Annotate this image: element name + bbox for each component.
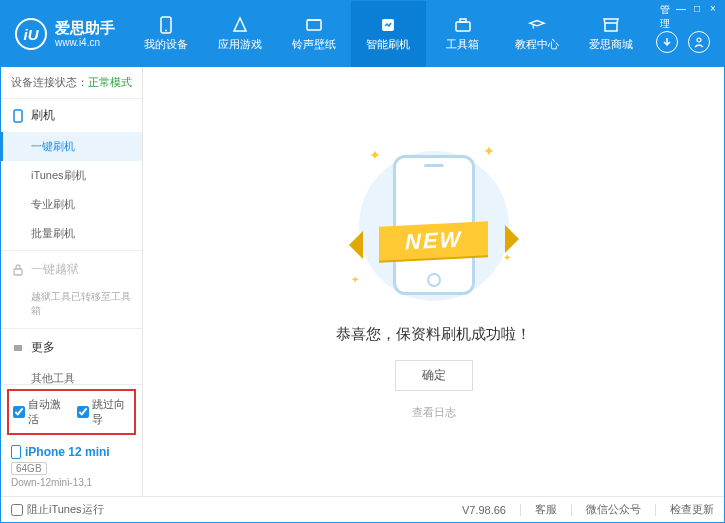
tab-apps[interactable]: 应用游戏 (203, 1, 277, 67)
tab-store[interactable]: 爱思商城 (574, 1, 648, 67)
app-window: iU 爱思助手 www.i4.cn 我的设备 应用游戏 铃声壁纸 智能刷机 (0, 0, 725, 523)
brand-title: 爱思助手 (55, 20, 115, 37)
brand-text: 爱思助手 www.i4.cn (55, 20, 115, 48)
svg-rect-4 (456, 22, 470, 31)
toolbox-icon (454, 16, 472, 34)
more-icon (11, 342, 25, 354)
sparkle-icon: ✦ (369, 147, 381, 163)
tab-toolbox[interactable]: 工具箱 (426, 1, 500, 67)
jailbreak-note: 越狱工具已转移至工具箱 (1, 286, 142, 326)
maximize-button[interactable]: □ (690, 3, 704, 31)
checkbox-label: 跳过向导 (92, 397, 131, 427)
svg-rect-8 (14, 110, 22, 122)
checkbox-label: 自动激活 (28, 397, 67, 427)
brand-subtitle: www.i4.cn (55, 37, 115, 48)
sidebar-item-other-tools[interactable]: 其他工具 (1, 364, 142, 384)
phone-icon (157, 16, 175, 34)
tab-ringtone[interactable]: 铃声壁纸 (277, 1, 351, 67)
close-button[interactable]: × (706, 3, 720, 31)
sidebar-group-title: 更多 (31, 339, 55, 356)
success-illustration: ✦ ✦ ✦ ✦ NEW (329, 143, 539, 313)
auto-activate-checkbox[interactable]: 自动激活 (13, 397, 67, 427)
sidebar: 设备连接状态：正常模式 刷机 一键刷机 iTunes刷机 专业刷机 批量刷机 一… (1, 67, 143, 496)
tab-flash[interactable]: 智能刷机 (351, 1, 425, 67)
svg-rect-9 (14, 269, 22, 275)
tab-label: 工具箱 (446, 37, 479, 52)
sidebar-item-itunes-flash[interactable]: iTunes刷机 (1, 161, 142, 190)
customer-service-link[interactable]: 客服 (535, 502, 557, 517)
header: iU 爱思助手 www.i4.cn 我的设备 应用游戏 铃声壁纸 智能刷机 (1, 1, 724, 67)
phone-small-icon (11, 109, 25, 123)
ribbon-text: NEW (379, 221, 488, 261)
wechat-link[interactable]: 微信公众号 (586, 502, 641, 517)
device-name: iPhone 12 mini (11, 445, 132, 459)
lock-icon (11, 264, 25, 276)
sparkle-icon: ✦ (351, 274, 359, 285)
sidebar-group-title: 刷机 (31, 107, 55, 124)
connection-label: 设备连接状态： (11, 76, 88, 88)
ringtone-icon (305, 16, 323, 34)
sidebar-bottom: 自动激活 跳过向导 iPhone 12 mini 64GB Down-12min… (1, 384, 142, 496)
footer-right: V7.98.66 客服 微信公众号 检查更新 (462, 502, 714, 517)
sidebar-item-batch-flash[interactable]: 批量刷机 (1, 219, 142, 248)
download-icon[interactable] (656, 31, 678, 53)
skip-guide-input[interactable] (77, 406, 89, 418)
tab-label: 应用游戏 (218, 37, 262, 52)
footer: 阻止iTunes运行 V7.98.66 客服 微信公众号 检查更新 (1, 496, 724, 522)
flash-icon (379, 16, 397, 34)
tab-label: 爱思商城 (589, 37, 633, 52)
divider (1, 328, 142, 329)
sidebar-item-oneclick-flash[interactable]: 一键刷机 (1, 132, 142, 161)
tab-tutorial[interactable]: 教程中心 (500, 1, 574, 67)
window-controls: 管理 — □ × (654, 1, 724, 33)
ok-button[interactable]: 确定 (395, 360, 473, 391)
divider (655, 504, 656, 516)
block-itunes-checkbox[interactable]: 阻止iTunes运行 (11, 502, 104, 517)
sparkle-icon: ✦ (483, 143, 495, 159)
svg-point-7 (697, 38, 701, 42)
manage-button[interactable]: 管理 (658, 3, 672, 31)
svg-rect-6 (605, 23, 617, 31)
checkbox-label: 阻止iTunes运行 (27, 502, 104, 517)
minimize-button[interactable]: — (674, 3, 688, 31)
divider (1, 250, 142, 251)
tab-label: 我的设备 (144, 37, 188, 52)
sidebar-group-flash[interactable]: 刷机 (1, 99, 142, 132)
store-icon (602, 16, 620, 34)
auto-activate-input[interactable] (13, 406, 25, 418)
tutorial-icon (528, 16, 546, 34)
svg-point-1 (165, 30, 167, 32)
apps-icon (231, 16, 249, 34)
divider (571, 504, 572, 516)
checkbox-panel: 自动激活 跳过向导 (7, 389, 136, 435)
brand: iU 爱思助手 www.i4.cn (1, 1, 129, 67)
tab-label: 智能刷机 (366, 37, 410, 52)
tab-label: 教程中心 (515, 37, 559, 52)
divider (520, 504, 521, 516)
view-log-link[interactable]: 查看日志 (412, 405, 456, 420)
tab-my-device[interactable]: 我的设备 (129, 1, 203, 67)
success-message: 恭喜您，保资料刷机成功啦！ (336, 325, 531, 344)
new-ribbon: NEW (329, 221, 539, 261)
device-info[interactable]: iPhone 12 mini 64GB Down-12mini-13,1 (1, 439, 142, 496)
connection-value: 正常模式 (88, 76, 132, 88)
svg-rect-5 (460, 19, 466, 22)
sidebar-group-title: 一键越狱 (31, 261, 79, 278)
sidebar-group-more[interactable]: 更多 (1, 331, 142, 364)
main-content: ✦ ✦ ✦ ✦ NEW 恭喜您，保资料刷机成功啦！ 确定 查看日志 (143, 67, 724, 496)
body: 设备连接状态：正常模式 刷机 一键刷机 iTunes刷机 专业刷机 批量刷机 一… (1, 67, 724, 496)
block-itunes-input[interactable] (11, 504, 23, 516)
user-icon[interactable] (688, 31, 710, 53)
sidebar-group-jailbreak: 一键越狱 (1, 253, 142, 286)
check-update-link[interactable]: 检查更新 (670, 502, 714, 517)
tab-label: 铃声壁纸 (292, 37, 336, 52)
skip-guide-checkbox[interactable]: 跳过向导 (77, 397, 131, 427)
sidebar-item-pro-flash[interactable]: 专业刷机 (1, 190, 142, 219)
connection-status: 设备连接状态：正常模式 (1, 67, 142, 99)
version-label: V7.98.66 (462, 504, 506, 516)
device-model: Down-12mini-13,1 (11, 477, 132, 488)
storage-badge: 64GB (11, 462, 47, 475)
sidebar-scroll: 刷机 一键刷机 iTunes刷机 专业刷机 批量刷机 一键越狱 越狱工具已转移至… (1, 99, 142, 384)
svg-rect-2 (307, 20, 321, 30)
brand-logo-icon: iU (15, 18, 47, 50)
